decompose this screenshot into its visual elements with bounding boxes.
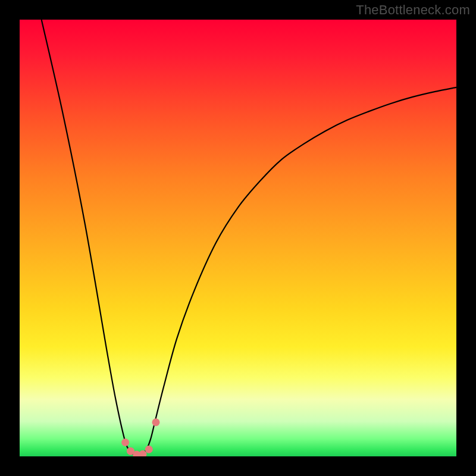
curve-marker: [121, 439, 129, 446]
curve-markers: [121, 418, 159, 456]
curve-marker: [152, 418, 160, 426]
plot-area: [20, 20, 456, 456]
chart-frame: TheBottleneck.com: [0, 0, 476, 476]
bottleneck-curve: [42, 20, 456, 456]
curve-marker: [145, 446, 153, 453]
curve-svg: [20, 20, 456, 456]
watermark-text: TheBottleneck.com: [356, 2, 470, 18]
